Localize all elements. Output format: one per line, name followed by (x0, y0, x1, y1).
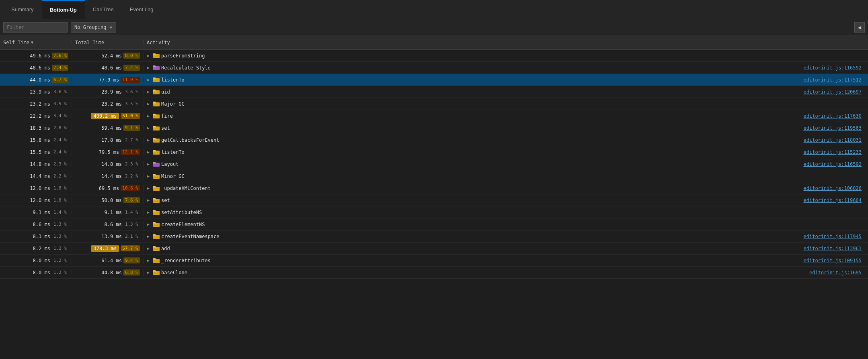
tab-bottom-up[interactable]: Bottom-Up (42, 0, 85, 19)
table-row[interactable]: 14.8 ms2.3 %14.8 ms2.3 %▶Layouteditorini… (0, 158, 868, 170)
table-row[interactable]: 44.0 ms6.7 %77.9 ms11.9 %▶listenToeditor… (0, 74, 868, 86)
total-pct-badge: 10.6 % (121, 185, 140, 191)
cell-self-time: 12.0 ms1.8 % (0, 185, 72, 191)
total-pct-badge: 3.6 % (123, 89, 140, 95)
svg-rect-38 (153, 198, 156, 199)
table-row[interactable]: 8.0 ms1.2 %44.8 ms6.8 %▶baseCloneeditori… (0, 267, 868, 279)
tab-summary[interactable]: Summary (3, 0, 42, 19)
activity-link[interactable]: editorinit.js:115233 (804, 149, 867, 155)
expand-icon[interactable]: ▶ (145, 77, 152, 83)
expand-icon[interactable]: ▶ (145, 113, 152, 119)
activity-link[interactable]: editorinit.js:113961 (804, 246, 867, 251)
self-ms-value: 12.0 ms (26, 198, 50, 203)
expand-icon[interactable]: ▶ (145, 185, 152, 192)
activity-link[interactable]: editorinit.js:117945 (804, 234, 867, 239)
table-row[interactable]: 23.9 ms3.6 %23.9 ms3.6 %▶uideditorinit.j… (0, 86, 868, 98)
table-row[interactable]: 22.2 ms3.4 %400.2 ms61.0 %▶fireeditorini… (0, 110, 868, 122)
self-ms-value: 15.5 ms (26, 149, 50, 155)
activity-link[interactable]: editorinit.js:117630 (804, 113, 867, 119)
activity-link[interactable]: editorinit.js:109155 (804, 258, 867, 263)
total-pct-badge: 3.5 % (123, 101, 140, 107)
self-pct-badge: 1.3 % (52, 233, 68, 239)
expand-icon[interactable]: ▶ (145, 257, 152, 264)
folder-icon (153, 270, 160, 275)
col-header-self-time[interactable]: Self Time ▼ (0, 40, 72, 45)
activity-link[interactable]: editorinit.js:120697 (804, 89, 867, 95)
table-row[interactable]: 8.6 ms1.3 %8.6 ms1.3 %▶createElementNS (0, 218, 868, 230)
table-row[interactable]: 48.6 ms7.4 %48.6 ms7.4 %▶Recalculate Sty… (0, 62, 868, 74)
expand-icon[interactable]: ▶ (145, 89, 152, 95)
cell-activity: ▶uideditorinit.js:120697 (143, 89, 868, 95)
tab-event-log[interactable]: Event Log (122, 0, 162, 19)
filter-input[interactable] (3, 22, 68, 33)
total-ms-value: 52.4 ms (98, 53, 122, 59)
collapse-panel-button[interactable]: ◀ (854, 22, 865, 33)
grouping-select[interactable]: No Grouping ▾ (71, 22, 116, 33)
activity-link[interactable]: editorinit.js:119563 (804, 125, 867, 131)
cell-activity: ▶seteditorinit.js:119604 (143, 197, 868, 204)
svg-rect-44 (153, 222, 156, 223)
cell-total-time: 79.5 ms12.1 % (72, 149, 143, 155)
expand-icon[interactable]: ▶ (145, 137, 152, 143)
total-pct-badge: 7.6 % (123, 197, 140, 203)
table-row[interactable]: 12.0 ms1.8 %50.0 ms7.6 %▶seteditorinit.j… (0, 194, 868, 206)
expand-icon[interactable]: ▶ (145, 101, 152, 107)
table-row[interactable]: 23.2 ms3.5 %23.2 ms3.5 %▶Major GC (0, 98, 868, 110)
collapse-icon: ◀ (858, 24, 861, 31)
expand-icon[interactable]: ▶ (145, 125, 152, 131)
activity-link[interactable]: editorinit.js:117512 (804, 77, 867, 83)
self-ms-value: 44.0 ms (26, 77, 50, 83)
expand-icon[interactable]: ▶ (145, 161, 152, 167)
expand-icon[interactable]: ▶ (145, 149, 152, 155)
folder-icon (153, 258, 160, 263)
tab-call-tree[interactable]: Call Tree (85, 0, 122, 19)
total-ms-value: 9.1 ms (98, 210, 122, 215)
svg-rect-53 (153, 258, 156, 259)
table-row[interactable]: 14.4 ms2.2 %14.4 ms2.2 %▶Minor GC (0, 170, 868, 182)
cell-self-time: 15.5 ms2.4 % (0, 149, 72, 155)
cell-total-time: 9.1 ms1.4 % (72, 209, 143, 215)
activity-link[interactable]: editorinit.js:116592 (804, 65, 867, 71)
expand-icon[interactable]: ▶ (145, 197, 152, 204)
table-row[interactable]: 18.3 ms2.8 %59.4 ms9.1 %▶seteditorinit.j… (0, 122, 868, 134)
table-row[interactable]: 8.2 ms1.2 %378.3 ms57.7 %▶addeditorinit.… (0, 243, 868, 255)
self-pct-badge: 1.2 % (52, 245, 68, 251)
self-ms-value: 14.4 ms (26, 173, 50, 179)
svg-rect-35 (153, 186, 156, 187)
activity-link[interactable]: editorinit.js:119604 (804, 198, 867, 203)
activity-link[interactable]: editorinit.js:106026 (804, 186, 867, 191)
cell-activity: ▶baseCloneeditorinit.js:1695 (143, 269, 868, 276)
activity-link[interactable]: editorinit.js:116592 (804, 161, 867, 167)
table-row[interactable]: 8.3 ms1.3 %13.9 ms2.1 %▶createEventNames… (0, 230, 868, 243)
activity-name: _updateXMLContent (161, 186, 211, 191)
self-pct-badge: 1.8 % (52, 197, 68, 203)
folder-icon (153, 137, 160, 143)
expand-icon[interactable]: ▶ (145, 269, 152, 276)
expand-icon[interactable]: ▶ (145, 245, 152, 252)
expand-icon[interactable]: ▶ (145, 173, 152, 180)
cell-activity: ▶addeditorinit.js:113961 (143, 245, 868, 252)
table-row[interactable]: 12.0 ms1.8 %69.5 ms10.6 %▶_updateXMLCont… (0, 182, 868, 194)
self-ms-value: 8.0 ms (26, 270, 50, 275)
expand-icon[interactable]: ▶ (145, 53, 152, 59)
table-row[interactable]: 8.0 ms1.2 %61.4 ms9.4 %▶_renderAttribute… (0, 255, 868, 267)
activity-link[interactable]: editorinit.js:1695 (809, 270, 866, 275)
expand-icon[interactable]: ▶ (145, 209, 152, 216)
col-header-activity[interactable]: Activity (143, 40, 868, 45)
col-header-total-time[interactable]: Total Time (72, 40, 143, 45)
expand-icon[interactable]: ▶ (145, 221, 152, 228)
total-pct-badge: 1.4 % (123, 209, 140, 215)
self-pct-badge: 1.8 % (52, 185, 68, 191)
table-row[interactable]: 15.5 ms2.4 %79.5 ms12.1 %▶listenToeditor… (0, 146, 868, 158)
expand-icon[interactable]: ▶ (145, 65, 152, 71)
total-pct-badge: 9.4 % (123, 257, 140, 263)
table-row[interactable]: 49.6 ms7.6 %52.4 ms8.0 %▶parseFromString (0, 50, 868, 62)
activity-link[interactable]: editorinit.js:118031 (804, 137, 867, 143)
self-pct-badge: 6.7 % (52, 77, 68, 83)
svg-rect-11 (153, 90, 156, 91)
expand-icon[interactable]: ▶ (145, 233, 152, 240)
table-row[interactable]: 15.8 ms2.4 %17.8 ms2.7 %▶getCallbacksFor… (0, 134, 868, 146)
self-ms-value: 49.6 ms (26, 53, 50, 59)
svg-rect-41 (153, 210, 156, 211)
table-row[interactable]: 9.1 ms1.4 %9.1 ms1.4 %▶setAttributeNS (0, 206, 868, 218)
